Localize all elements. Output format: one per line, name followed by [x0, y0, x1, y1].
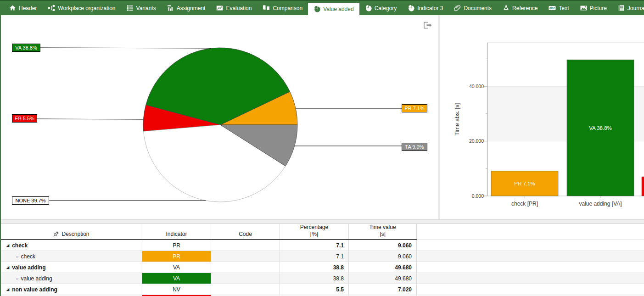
indicator-text: VA — [173, 264, 180, 271]
cell-percentage: 38.8 — [280, 273, 349, 284]
table-row[interactable]: ◢non value addingNV5.57.020 — [1, 284, 644, 295]
chart-box-icon — [216, 5, 223, 11]
indicator-text: PR — [173, 253, 180, 260]
toolbar-tab-label: Journal — [627, 5, 644, 11]
x-category-label: value adding [VA] — [579, 201, 622, 207]
expander-expanded-icon[interactable]: ◢ — [6, 265, 9, 269]
list-icon — [127, 5, 134, 11]
column-header-description[interactable]: Description — [1, 224, 142, 239]
y-tick-label: 0.000 — [472, 193, 484, 199]
toolbar-tab-variants[interactable]: Variants — [121, 1, 162, 15]
y-tick-label: 20.000 — [469, 138, 484, 144]
y-axis-title: Time abs. [s] — [454, 103, 460, 135]
expander-expanded-icon[interactable]: ◢ — [6, 287, 9, 291]
pie-icon — [314, 6, 320, 12]
description-text: value adding — [21, 275, 52, 282]
cell-indicator: VA — [142, 262, 211, 273]
pin-icon — [53, 231, 59, 237]
table-row[interactable]: ◢checkPR7.19.060 — [1, 240, 644, 251]
indicator-text: PR — [173, 242, 180, 249]
cell-indicator: NV — [142, 284, 211, 295]
horizontal-splitter[interactable] — [1, 219, 644, 224]
toolbar-tab-text[interactable]: abcText — [543, 1, 574, 15]
row-filler — [417, 284, 644, 295]
column-header-code[interactable]: Code — [211, 224, 280, 239]
org-icon — [48, 5, 55, 11]
pie-slice-label-TA: TA 9.0% — [402, 143, 427, 151]
cell-percentage: 7.1 — [280, 240, 349, 251]
expander-collapsed-icon[interactable]: ▹ — [17, 254, 19, 259]
table-header-extension-line — [417, 240, 644, 240]
row-filler — [417, 262, 644, 273]
row-filler — [417, 273, 644, 284]
pie-slice-label-NONE: NONE 39.7% — [12, 196, 49, 205]
export-icon[interactable] — [422, 21, 432, 29]
recycle-icon — [503, 5, 510, 11]
expander-collapsed-icon[interactable]: ▹ — [17, 276, 19, 281]
expander-expanded-icon[interactable]: ◢ — [6, 243, 9, 247]
toolbar-tab-workplace-organization[interactable]: Workplace organization — [42, 1, 121, 15]
toolbar-tab-label: Category — [375, 5, 397, 11]
x-category-label: check [PR] — [511, 201, 538, 207]
table-row[interactable]: ▹value addingVA38.849.680 — [1, 273, 644, 284]
cell-description: ◢value adding — [1, 262, 142, 273]
indicator-text: NV — [173, 286, 180, 293]
cell-time-value: 49.680 — [349, 273, 417, 284]
pie-icon — [365, 5, 372, 11]
table-row[interactable]: ▹checkPR7.19.060 — [1, 251, 644, 262]
bar-value-label: VA 38.8% — [589, 125, 612, 131]
pie-chart-panel: PR 7.1%VA 38.8%EB 5.5%NONE 39.7%TA 9.0% — [1, 15, 438, 219]
ribbon-toolbar: HeaderWorkplace organizationVariantsAssi… — [0, 0, 644, 15]
pie-slice-label-EB: EB 5.5% — [12, 114, 37, 123]
row-filler — [417, 240, 644, 251]
toolbar-tab-label: Evaluation — [226, 5, 252, 11]
indicator-text: VA — [173, 275, 180, 282]
pie-icon — [408, 5, 414, 11]
cell-code — [211, 273, 280, 284]
cell-time-value: 49.680 — [349, 262, 417, 273]
toolbar-tab-category[interactable]: Category — [359, 1, 403, 15]
toolbar-tab-header[interactable]: Header — [4, 1, 42, 15]
toolbar-tab-assignment[interactable]: Assignment — [162, 1, 211, 15]
charts-area: PR 7.1%VA 38.8%EB 5.5%NONE 39.7%TA 9.0% … — [1, 15, 644, 219]
cell-indicator: VA — [142, 273, 211, 284]
cell-time-value: 7.020 — [349, 284, 417, 295]
compare-icon — [263, 5, 270, 11]
bar-chart-panel: 0.00020.00040.000Time abs. [s]PR 7.1%che… — [440, 15, 644, 219]
column-header-time[interactable]: Time value[s] — [349, 224, 417, 239]
value-table: DescriptionIndicatorCodePercentage[%]Tim… — [1, 224, 644, 296]
toolbar-tab-journal[interactable]: Journal — [612, 1, 644, 15]
toolbar-tab-comparison[interactable]: Comparison — [257, 1, 308, 15]
y-tick-label: 40.000 — [469, 84, 484, 89]
toolbar-tab-indicator-3[interactable]: Indicator 3 — [402, 1, 448, 15]
paperclip-icon — [454, 5, 461, 11]
toolbar-tab-reference[interactable]: Reference — [497, 1, 543, 15]
pie-chart — [1, 15, 438, 219]
toolbar-tab-picture[interactable]: Picture — [575, 1, 612, 15]
column-header-indicator[interactable]: Indicator — [142, 224, 211, 239]
cell-time-value: 9.060 — [349, 251, 417, 262]
toolbar-tab-documents[interactable]: Documents — [448, 1, 497, 15]
home-icon — [9, 5, 16, 11]
cell-description: ▹check — [1, 251, 142, 262]
toolbar-tab-label: Indicator 3 — [417, 5, 443, 11]
toolbar-tab-label: Header — [19, 5, 37, 11]
description-text: non value adding — [12, 286, 57, 293]
table-header-row: DescriptionIndicatorCodePercentage[%]Tim… — [1, 224, 417, 240]
cell-percentage: 7.1 — [280, 251, 349, 262]
cell-description: ◢non value adding — [1, 284, 142, 295]
description-text: check — [21, 253, 35, 260]
column-header-percentage[interactable]: Percentage[%] — [280, 224, 349, 239]
abc-icon: abc — [549, 5, 556, 11]
toolbar-tab-evaluation[interactable]: Evaluation — [211, 1, 257, 15]
toolbar-tab-value-added[interactable]: Value added — [308, 3, 359, 15]
table-row[interactable]: ◢value addingVA38.849.680 — [1, 262, 644, 273]
bar-chart: 0.00020.00040.000Time abs. [s]PR 7.1%che… — [440, 15, 644, 219]
bar-chart-icon — [167, 5, 174, 11]
toolbar-tab-label: Assignment — [177, 5, 206, 11]
cell-percentage: 38.8 — [280, 262, 349, 273]
pie-slice-label-VA: VA 38.8% — [12, 44, 40, 52]
row-filler — [417, 251, 644, 262]
cell-code — [211, 251, 280, 262]
bar-value-label: PR 7.1% — [514, 181, 535, 186]
